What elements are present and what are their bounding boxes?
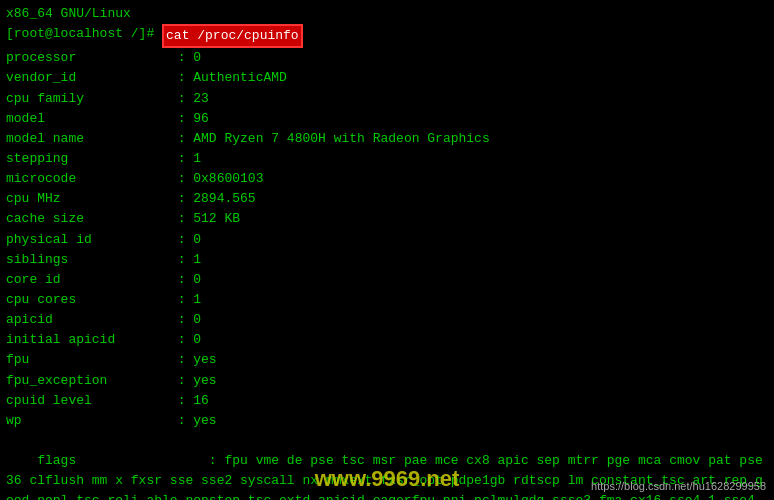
line-cpuid-level: cpuid level : 16 <box>6 391 768 411</box>
key-siblings: siblings <box>6 250 178 270</box>
val-fpu: : yes <box>178 350 217 370</box>
key-cache-size: cache size <box>6 209 178 229</box>
command-line: [root@localhost /]# cat /proc/cpuinfo <box>6 24 768 48</box>
line-initial-apicid: initial apicid : 0 <box>6 330 768 350</box>
val-cpu-mhz: : 2894.565 <box>178 189 256 209</box>
key-model: model <box>6 109 178 129</box>
line-os: x86_64 GNU/Linux <box>6 4 768 24</box>
line-cpu-cores: cpu cores : 1 <box>6 290 768 310</box>
val-stepping: : 1 <box>178 149 201 169</box>
key-fpu: fpu <box>6 350 178 370</box>
val-cpu-cores: : 1 <box>178 290 201 310</box>
watermark-url: https://blog.csdn.net/hu1628299958 <box>591 480 766 492</box>
val-microcode: : 0x8600103 <box>178 169 264 189</box>
line-cache-size: cache size : 512 KB <box>6 209 768 229</box>
line-core-id: core id : 0 <box>6 270 768 290</box>
val-initial-apicid: : 0 <box>178 330 201 350</box>
line-cpu-mhz: cpu MHz : 2894.565 <box>6 189 768 209</box>
val-model-name: : AMD Ryzen 7 4800H with Radeon Graphics <box>178 129 490 149</box>
val-cpuid-level: : 16 <box>178 391 209 411</box>
key-stepping: stepping <box>6 149 178 169</box>
key-vendor: vendor_id <box>6 68 178 88</box>
prompt: [root@localhost /]# <box>6 24 162 48</box>
line-siblings: siblings : 1 <box>6 250 768 270</box>
val-vendor: : AuthenticAMD <box>178 68 287 88</box>
val-cpu-family: : 23 <box>178 89 209 109</box>
key-model-name: model name <box>6 129 178 149</box>
key-cpu-cores: cpu cores <box>6 290 178 310</box>
line-fpu-exception: fpu_exception : yes <box>6 371 768 391</box>
key-core-id: core id <box>6 270 178 290</box>
line-model-name: model name : AMD Ryzen 7 4800H with Rade… <box>6 129 768 149</box>
terminal: x86_64 GNU/Linux [root@localhost /]# cat… <box>0 0 774 500</box>
key-cpu-family: cpu family <box>6 89 178 109</box>
line-cpu-family: cpu family : 23 <box>6 89 768 109</box>
key-flags: flags <box>37 453 209 468</box>
line-model: model : 96 <box>6 109 768 129</box>
line-fpu: fpu : yes <box>6 350 768 370</box>
line-microcode: microcode : 0x8600103 <box>6 169 768 189</box>
key-cpu-mhz: cpu MHz <box>6 189 178 209</box>
key-initial-apicid: initial apicid <box>6 330 178 350</box>
line-apicid: apicid : 0 <box>6 310 768 330</box>
val-physical-id: : 0 <box>178 230 201 250</box>
key-processor: processor <box>6 48 178 68</box>
val-cache-size: : 512 KB <box>178 209 240 229</box>
val-wp: : yes <box>178 411 217 431</box>
key-physical-id: physical id <box>6 230 178 250</box>
val-processor: : 0 <box>178 48 201 68</box>
line-physical-id: physical id : 0 <box>6 230 768 250</box>
val-model: : 96 <box>178 109 209 129</box>
val-siblings: : 1 <box>178 250 201 270</box>
command-text: cat /proc/cpuinfo <box>162 24 303 48</box>
key-apicid: apicid <box>6 310 178 330</box>
val-fpu-exception: : yes <box>178 371 217 391</box>
watermark-text: www.9969.net <box>315 466 460 492</box>
val-core-id: : 0 <box>178 270 201 290</box>
line-wp: wp : yes <box>6 411 768 431</box>
key-cpuid-level: cpuid level <box>6 391 178 411</box>
key-wp: wp <box>6 411 178 431</box>
val-apicid: : 0 <box>178 310 201 330</box>
line-processor: processor : 0 <box>6 48 768 68</box>
line-stepping: stepping : 1 <box>6 149 768 169</box>
key-fpu-exception: fpu_exception <box>6 371 178 391</box>
os-text: x86_64 GNU/Linux <box>6 4 131 24</box>
line-vendor: vendor_id : AuthenticAMD <box>6 68 768 88</box>
key-microcode: microcode <box>6 169 178 189</box>
